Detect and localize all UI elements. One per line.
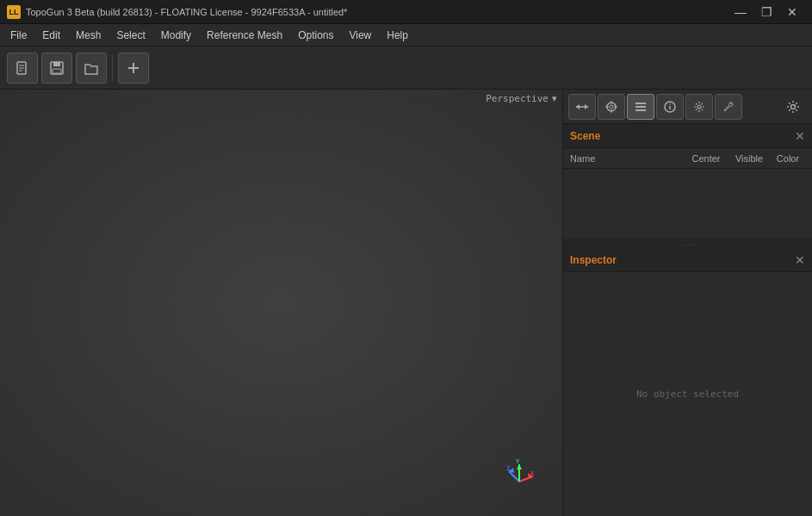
perspective-label: Perspective (486, 93, 549, 104)
menu-mesh[interactable]: Mesh (69, 27, 108, 44)
svg-point-32 (669, 103, 671, 105)
scene-panel: Scene ✕ Name Center Visible Color ...... (563, 124, 812, 248)
inspector-content: No object selected (563, 272, 812, 516)
save-button[interactable] (41, 53, 72, 84)
inspector-close-button[interactable]: ✕ (795, 253, 805, 267)
viewport-background (0, 90, 562, 516)
app-icon: LL (7, 5, 21, 19)
svg-rect-29 (635, 109, 646, 111)
svg-marker-20 (585, 104, 588, 109)
inspector-title: Inspector (570, 254, 617, 266)
svg-rect-27 (635, 103, 646, 104)
menu-options[interactable]: Options (291, 27, 340, 44)
settings-button[interactable] (685, 94, 713, 120)
right-toolbar (563, 90, 812, 124)
svg-point-22 (610, 105, 613, 109)
svg-line-9 (509, 471, 519, 482)
window-controls: — ❐ ✕ (728, 0, 805, 24)
scene-content (563, 169, 812, 238)
inspector-header: Inspector ✕ (563, 248, 812, 272)
menu-reference-mesh[interactable]: Reference Mesh (200, 27, 289, 44)
perspective-dropdown[interactable]: ▾ (552, 93, 557, 104)
close-button[interactable]: ✕ (779, 0, 805, 24)
menu-modify[interactable]: Modify (154, 27, 198, 44)
right-panel: Scene ✕ Name Center Visible Color ......… (562, 90, 812, 516)
new-button[interactable] (7, 53, 38, 84)
scene-table-header: Name Center Visible Color (563, 148, 812, 169)
viewport[interactable]: Perspective ▾ Y X Z (0, 90, 562, 516)
right-gear-button[interactable] (779, 94, 807, 120)
svg-text:X: X (530, 470, 535, 477)
inspector-panel: Inspector ✕ No object selected (563, 248, 812, 516)
svg-text:Z: Z (506, 465, 510, 472)
svg-text:Y: Y (516, 458, 520, 465)
scene-col-name: Name (570, 153, 685, 164)
scene-header: Scene ✕ (563, 124, 812, 148)
scene-divider-dots: ...... (677, 239, 698, 247)
title-bar: LL TopoGun 3 Beta (build 26813) - FLOATI… (0, 0, 812, 24)
move-tool-button[interactable] (568, 94, 596, 120)
scene-divider[interactable]: ...... (563, 238, 812, 248)
scene-close-button[interactable]: ✕ (795, 129, 805, 143)
scene-col-center: Center (685, 153, 728, 164)
add-button[interactable] (118, 53, 149, 84)
menu-view[interactable]: View (342, 27, 378, 44)
scene-col-visible: Visible (728, 153, 771, 164)
maximize-button[interactable]: ❐ (753, 0, 779, 24)
main-area: Perspective ▾ Y X Z (0, 90, 812, 516)
no-object-text: No object selected (636, 389, 739, 400)
svg-rect-6 (53, 69, 61, 73)
svg-point-33 (697, 105, 701, 109)
menu-help[interactable]: Help (380, 27, 415, 44)
axis-indicator: Y X Z (502, 456, 536, 490)
toolbar-separator (112, 55, 113, 81)
minimize-button[interactable]: — (728, 0, 753, 24)
scene-col-color: Color (771, 153, 805, 164)
svg-rect-5 (53, 62, 60, 66)
list-view-button[interactable] (627, 94, 654, 120)
svg-rect-28 (635, 106, 646, 108)
scene-title: Scene (570, 130, 600, 142)
info-button[interactable] (656, 94, 684, 120)
menu-edit[interactable]: Edit (35, 27, 67, 44)
menu-select[interactable]: Select (109, 27, 152, 44)
svg-point-34 (791, 104, 796, 109)
title-text: TopoGun 3 Beta (build 26813) - FLOATING … (26, 7, 347, 17)
title-bar-left: LL TopoGun 3 Beta (build 26813) - FLOATI… (7, 5, 347, 19)
toolbar (0, 47, 812, 90)
viewport-header: Perspective ▾ (480, 90, 562, 108)
menu-bar: File Edit Mesh Select Modify Reference M… (0, 24, 812, 47)
target-tool-button[interactable] (598, 94, 625, 120)
svg-marker-19 (576, 104, 580, 109)
wrench-button[interactable] (715, 94, 742, 120)
open-button[interactable] (76, 53, 107, 84)
menu-file[interactable]: File (3, 27, 34, 44)
